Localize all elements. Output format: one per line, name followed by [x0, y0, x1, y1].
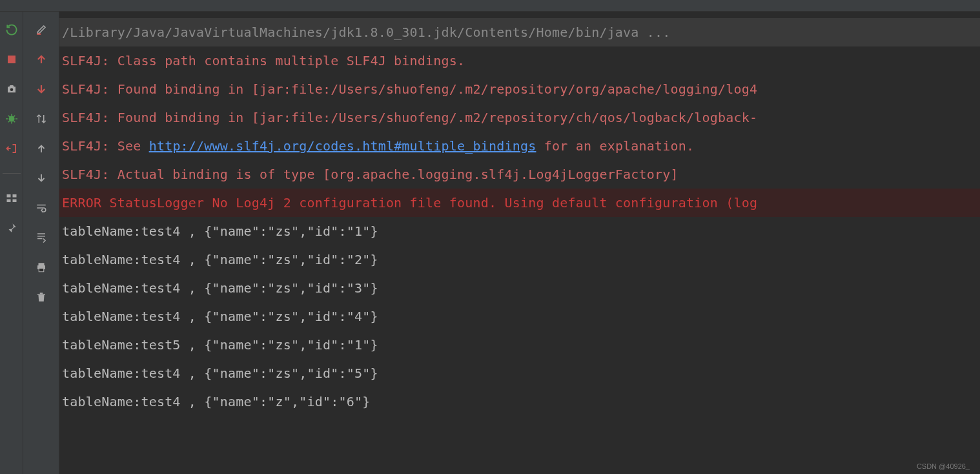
trash-icon[interactable]: [35, 291, 48, 304]
gutter-divider: [3, 173, 21, 174]
layout-icon[interactable]: [5, 192, 18, 205]
console-line: tableName:test4 , {"name":"zs","id":"2"}: [59, 245, 980, 274]
console-line: SLF4J: Found binding in [jar:file:/Users…: [59, 103, 980, 132]
console-line: tableName:test4 , {"name":"zs","id":"1"}: [59, 217, 980, 245]
print-icon[interactable]: [35, 261, 48, 274]
exit-icon[interactable]: [5, 142, 18, 155]
run-gutter-primary: [0, 12, 23, 474]
arrow-up-end-icon[interactable]: [35, 142, 48, 155]
console-command-line: /Library/Java/JavaVirtualMachines/jdk1.8…: [59, 18, 980, 46]
console-line: tableName:test4 , {"name":"zs","id":"5"}: [59, 359, 980, 387]
tab-bar: [0, 0, 980, 12]
console-output[interactable]: /Library/Java/JavaVirtualMachines/jdk1.8…: [59, 12, 980, 474]
scroll-to-end-icon[interactable]: [35, 231, 48, 244]
run-tool-window: /Library/Java/JavaVirtualMachines/jdk1.8…: [0, 12, 980, 474]
arrow-down-icon[interactable]: [35, 83, 48, 96]
svg-rect-4: [12, 194, 16, 198]
bug-restart-icon[interactable]: [5, 112, 18, 125]
sort-icon[interactable]: [35, 112, 48, 125]
console-line: tableName:test4 , {"name":"zs","id":"4"}: [59, 302, 980, 331]
stop-icon[interactable]: [5, 53, 18, 66]
arrow-down-end-icon[interactable]: [35, 172, 48, 185]
svg-rect-3: [6, 194, 10, 198]
rerun-icon[interactable]: [5, 23, 18, 36]
svg-rect-5: [6, 200, 10, 203]
console-line: tableName:test4 , {"name":"z","id":"6"}: [59, 387, 980, 416]
console-line: SLF4J: See http://www.slf4j.org/codes.ht…: [59, 132, 980, 160]
console-line: ERROR StatusLogger No Log4j 2 configurat…: [59, 189, 980, 217]
pin-icon[interactable]: [5, 222, 18, 234]
console-line: tableName:test5 , {"name":"zs","id":"1"}: [59, 331, 980, 359]
console-line: SLF4J: Actual binding is of type [org.ap…: [59, 160, 980, 189]
camera-icon[interactable]: [5, 83, 18, 96]
watermark: CSDN @40926_: [917, 462, 970, 470]
arrow-up-icon[interactable]: [35, 53, 48, 66]
console-line: tableName:test4 , {"name":"zs","id":"3"}: [59, 274, 980, 302]
soft-wrap-icon[interactable]: [35, 201, 48, 214]
console-line: SLF4J: Found binding in [jar:file:/Users…: [59, 75, 980, 103]
svg-rect-6: [12, 200, 16, 203]
console-line: SLF4J: Class path contains multiple SLF4…: [59, 46, 980, 75]
console-link[interactable]: http://www.slf4j.org/codes.html#multiple…: [149, 138, 536, 154]
run-gutter-secondary: [23, 12, 59, 474]
svg-rect-0: [8, 56, 15, 63]
svg-point-1: [10, 88, 13, 92]
edit-icon[interactable]: [35, 23, 48, 36]
